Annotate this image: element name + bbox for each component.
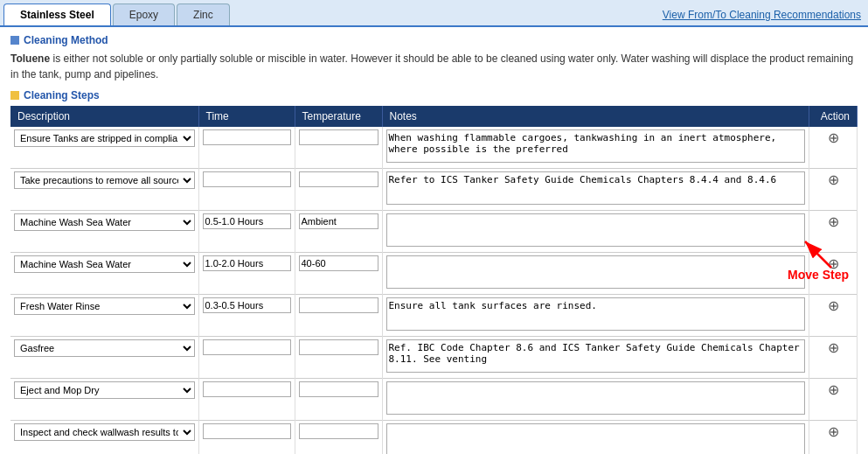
step-temp-input[interactable]: [299, 129, 378, 145]
step-temp-cell: [295, 295, 382, 337]
step-time-input[interactable]: [203, 255, 291, 271]
step-time-input[interactable]: [203, 129, 291, 145]
step-description-select[interactable]: Machine Wash Sea Water: [14, 255, 195, 273]
step-temp-input[interactable]: [299, 381, 378, 397]
step-temp-cell: [295, 379, 382, 421]
step-description-cell: Eject and Mop Dry: [10, 379, 198, 421]
step-action-cell: ⊕: [809, 253, 858, 295]
step-notes-textarea[interactable]: [386, 255, 806, 289]
steps-table: Description Time Temperature Notes Actio…: [10, 106, 858, 454]
step-description-cell: Take precautions to remove all source: [10, 169, 198, 211]
toluene-bold: Toluene: [10, 52, 50, 65]
step-temp-cell: [295, 253, 382, 295]
tabs-bar: Stainless Steel Epoxy Zinc View From/To …: [0, 0, 868, 27]
step-description-cell: Machine Wash Sea Water: [10, 211, 198, 253]
step-time-input[interactable]: [203, 213, 291, 229]
step-notes-textarea[interactable]: [386, 423, 806, 454]
col-time: Time: [198, 106, 295, 127]
col-temperature: Temperature: [295, 106, 382, 127]
step-time-cell: [198, 169, 295, 211]
step-time-input[interactable]: [203, 423, 291, 439]
cleaning-method-description: is either not soluble or only partially …: [10, 52, 853, 80]
tabs-left: Stainless Steel Epoxy Zinc: [3, 3, 230, 25]
step-notes-textarea[interactable]: [386, 171, 806, 205]
step-description-cell: Inspect and check wallwash results to: [10, 421, 198, 455]
step-notes-textarea[interactable]: [386, 339, 806, 373]
move-step-icon[interactable]: ⊕: [813, 129, 853, 146]
step-time-cell: [198, 211, 295, 253]
table-row: Gasfree⊕: [10, 337, 858, 379]
step-description-select[interactable]: Eject and Mop Dry: [14, 381, 195, 399]
cleaning-steps-header: Cleaning Steps: [10, 89, 858, 101]
step-temp-input[interactable]: [299, 213, 378, 229]
table-row: Machine Wash Sea Water⊕: [10, 253, 858, 295]
step-description-select[interactable]: Inspect and check wallwash results to: [14, 423, 195, 441]
step-temp-cell: [295, 421, 382, 455]
step-action-cell: ⊕: [809, 295, 858, 337]
step-temp-cell: [295, 337, 382, 379]
table-row: Ensure Tanks are stripped in complian⊕: [10, 127, 858, 169]
step-action-cell: ⊕: [809, 211, 858, 253]
table-row: Fresh Water Rinse⊕: [10, 295, 858, 337]
step-notes-cell: [382, 253, 809, 295]
table-row: Machine Wash Sea Water⊕: [10, 211, 858, 253]
step-notes-cell: [382, 379, 809, 421]
view-recommendations-link[interactable]: View From/To Cleaning Recommendations: [656, 4, 868, 25]
tab-zinc[interactable]: Zinc: [177, 3, 230, 25]
step-action-cell: ⊕: [809, 379, 858, 421]
steps-table-wrapper: Description Time Temperature Notes Actio…: [10, 106, 858, 454]
step-description-select[interactable]: Ensure Tanks are stripped in complian: [14, 129, 195, 147]
step-temp-input[interactable]: [299, 423, 378, 439]
step-notes-textarea[interactable]: [386, 381, 806, 415]
tab-stainless-steel[interactable]: Stainless Steel: [3, 3, 111, 25]
step-time-input[interactable]: [203, 171, 291, 187]
step-temp-input[interactable]: [299, 339, 378, 355]
table-row: Take precautions to remove all source⊕: [10, 169, 858, 211]
step-time-input[interactable]: [203, 381, 291, 397]
move-step-icon[interactable]: ⊕: [813, 255, 853, 272]
step-notes-cell: [382, 127, 809, 169]
move-step-icon[interactable]: ⊕: [813, 423, 853, 440]
step-notes-cell: [382, 421, 809, 455]
step-time-cell: [198, 337, 295, 379]
step-description-cell: Machine Wash Sea Water: [10, 253, 198, 295]
table-row: Eject and Mop Dry⊕: [10, 379, 858, 421]
step-temp-cell: [295, 127, 382, 169]
step-description-cell: Fresh Water Rinse: [10, 295, 198, 337]
step-action-cell: ⊕: [809, 169, 858, 211]
tab-epoxy[interactable]: Epoxy: [113, 3, 175, 25]
step-notes-cell: [382, 211, 809, 253]
cleaning-method-header: Cleaning Method: [10, 34, 858, 46]
move-step-icon[interactable]: ⊕: [813, 297, 853, 314]
col-action: Action: [809, 106, 858, 127]
step-notes-cell: [382, 337, 809, 379]
cleaning-method-text: Toluene is either not soluble or only pa…: [10, 51, 858, 82]
step-temp-input[interactable]: [299, 255, 378, 271]
content-area: Cleaning Method Toluene is either not so…: [0, 27, 868, 454]
cleaning-method-label: Cleaning Method: [24, 34, 108, 46]
step-notes-cell: [382, 169, 809, 211]
step-time-input[interactable]: [203, 297, 291, 313]
move-step-icon[interactable]: ⊕: [813, 213, 853, 230]
move-step-icon[interactable]: ⊕: [813, 339, 853, 356]
step-notes-textarea[interactable]: [386, 129, 806, 163]
step-temp-cell: [295, 169, 382, 211]
move-step-icon[interactable]: ⊕: [813, 171, 853, 188]
step-description-select[interactable]: Gasfree: [14, 339, 195, 357]
step-temp-input[interactable]: [299, 171, 378, 187]
col-description: Description: [10, 106, 198, 127]
step-notes-cell: [382, 295, 809, 337]
move-step-icon[interactable]: ⊕: [813, 381, 853, 398]
step-notes-textarea[interactable]: [386, 297, 806, 331]
step-description-select[interactable]: Machine Wash Sea Water: [14, 213, 195, 231]
step-description-select[interactable]: Fresh Water Rinse: [14, 297, 195, 315]
step-description-select[interactable]: Take precautions to remove all source: [14, 171, 195, 189]
step-description-cell: Ensure Tanks are stripped in complian: [10, 127, 198, 169]
col-notes: Notes: [382, 106, 809, 127]
step-action-cell: ⊕: [809, 337, 858, 379]
step-time-input[interactable]: [203, 339, 291, 355]
step-action-cell: ⊕: [809, 127, 858, 169]
step-temp-input[interactable]: [299, 297, 378, 313]
step-notes-textarea[interactable]: [386, 213, 806, 247]
cleaning-steps-label: Cleaning Steps: [24, 89, 100, 101]
